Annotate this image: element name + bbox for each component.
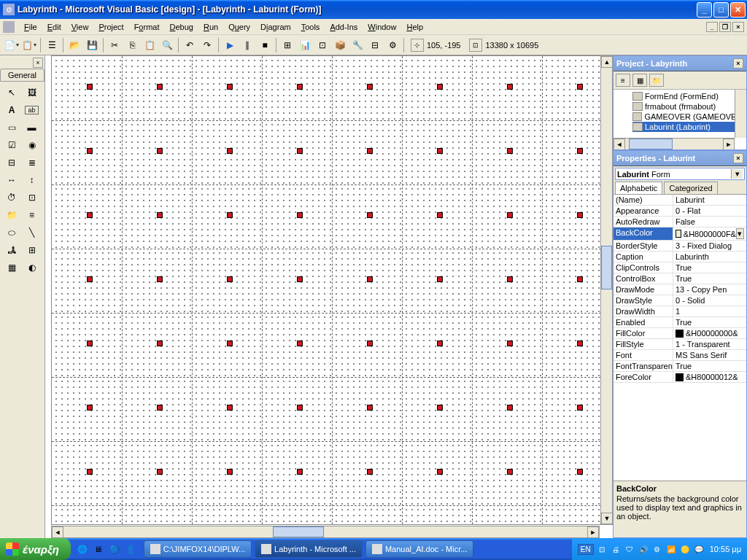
grid-marker[interactable] bbox=[437, 84, 443, 90]
horizontal-scrollbar[interactable]: ◄ ► bbox=[51, 526, 600, 538]
project-tree-item[interactable]: Laburint (Laburint) bbox=[632, 122, 745, 132]
grid-marker[interactable] bbox=[157, 148, 163, 154]
properties-tab-alphabetic[interactable]: Alphabetic bbox=[615, 182, 662, 194]
properties-grid[interactable]: (Name)LaburintAppearance0 - FlatAutoRedr… bbox=[614, 194, 746, 481]
grid-marker[interactable] bbox=[87, 469, 93, 475]
quicklaunch-media-icon[interactable]: 🔵 bbox=[107, 541, 122, 557]
property-row[interactable]: EnabledTrue bbox=[614, 317, 746, 328]
grid-marker[interactable] bbox=[437, 212, 443, 218]
chevron-down-icon[interactable]: ▾ bbox=[736, 228, 744, 239]
property-row[interactable]: FillColor&H00000000& bbox=[614, 328, 746, 339]
object-browser-button[interactable]: 📦 bbox=[332, 37, 348, 53]
project-tree-item[interactable]: GAMEOVER (GAMEOVER) bbox=[632, 112, 745, 122]
tool-ole[interactable]: ▦ bbox=[3, 260, 20, 276]
component-manager-button[interactable]: ⚙ bbox=[384, 37, 400, 53]
tool-picturebox[interactable]: 🖼 bbox=[23, 85, 41, 101]
view-object-button[interactable]: ▦ bbox=[632, 74, 647, 87]
menu-debug[interactable]: Debug bbox=[164, 21, 198, 33]
grid-marker[interactable] bbox=[507, 148, 513, 154]
grid-marker[interactable] bbox=[297, 341, 303, 346]
mdi-restore-button[interactable]: ❐ bbox=[719, 22, 731, 32]
quicklaunch-ie-icon[interactable]: 🌐 bbox=[75, 541, 90, 557]
grid-marker[interactable] bbox=[367, 341, 373, 346]
grid-marker[interactable] bbox=[437, 469, 443, 475]
project-tree[interactable]: FormEnd (FormEnd)frmabout (frmabout)GAME… bbox=[614, 90, 746, 149]
grid-marker[interactable] bbox=[227, 341, 233, 346]
menu-edit[interactable]: Edit bbox=[42, 21, 66, 33]
menu-view[interactable]: View bbox=[66, 21, 94, 33]
close-button[interactable]: ✕ bbox=[730, 2, 746, 18]
pause-button[interactable]: ∥ bbox=[239, 37, 255, 53]
mdi-minimize-button[interactable]: _ bbox=[706, 22, 718, 32]
grid-marker[interactable] bbox=[157, 341, 163, 346]
grid-marker[interactable] bbox=[157, 212, 163, 218]
grid-marker[interactable] bbox=[227, 148, 233, 154]
property-row[interactable]: ClipControlsTrue bbox=[614, 262, 746, 273]
grid-marker[interactable] bbox=[297, 212, 303, 218]
tray-icon[interactable]: ⚙ bbox=[651, 543, 663, 555]
property-row[interactable]: BorderStyle3 - Fixed Dialog bbox=[614, 241, 746, 252]
tool-combobox[interactable]: ⊟ bbox=[3, 155, 20, 171]
menu-window[interactable]: Window bbox=[363, 21, 401, 33]
taskbar-button[interactable]: Labyrinth - Microsoft ... bbox=[255, 540, 363, 558]
menu-file[interactable]: File bbox=[19, 21, 42, 33]
grid-marker[interactable] bbox=[227, 212, 233, 218]
tool-timer[interactable]: ⏱ bbox=[3, 190, 20, 206]
grid-marker[interactable] bbox=[227, 405, 233, 411]
property-row[interactable]: AutoRedrawFalse bbox=[614, 217, 746, 228]
tool-checkbox[interactable]: ☑ bbox=[3, 137, 20, 153]
grid-marker[interactable] bbox=[227, 84, 233, 90]
tray-icon[interactable]: 🛡 bbox=[624, 543, 635, 555]
cut-button[interactable]: ✂ bbox=[107, 37, 123, 53]
scroll-up-button[interactable]: ▲ bbox=[601, 56, 613, 68]
taskbar-button[interactable]: Manual_AI.doc - Micr... bbox=[365, 540, 474, 558]
properties-tab-categorized[interactable]: Categorized bbox=[664, 182, 717, 194]
menu-help[interactable]: Help bbox=[401, 21, 428, 33]
grid-marker[interactable] bbox=[367, 469, 373, 475]
hscroll-thumb[interactable] bbox=[273, 526, 324, 537]
add-form-button[interactable]: 📋▾ bbox=[21, 37, 37, 53]
tool-dirlistbox[interactable]: 📁 bbox=[3, 207, 20, 223]
tray-icon[interactable]: 💬 bbox=[693, 543, 705, 555]
menu-diagram[interactable]: Diagram bbox=[255, 21, 296, 33]
grid-marker[interactable] bbox=[87, 84, 93, 90]
grid-marker[interactable] bbox=[227, 276, 233, 282]
property-row[interactable]: DrawWidth1 bbox=[614, 306, 746, 317]
tool-extra[interactable]: ◐ bbox=[23, 260, 41, 276]
grid-marker[interactable] bbox=[297, 405, 303, 411]
properties-panel-close-button[interactable]: × bbox=[733, 153, 743, 163]
grid-marker[interactable] bbox=[87, 148, 93, 154]
tool-label[interactable]: A bbox=[3, 102, 20, 118]
menu-query[interactable]: Query bbox=[223, 21, 255, 33]
maximize-button[interactable]: □ bbox=[713, 2, 729, 18]
grid-marker[interactable] bbox=[507, 84, 513, 90]
grid-marker[interactable] bbox=[577, 148, 583, 154]
run-button[interactable]: ▶ bbox=[222, 37, 238, 53]
minimize-button[interactable]: _ bbox=[697, 2, 712, 18]
grid-marker[interactable] bbox=[297, 469, 303, 475]
start-button[interactable]: έναρξη bbox=[0, 538, 71, 560]
grid-marker[interactable] bbox=[577, 341, 583, 346]
toolbox-tab-general[interactable]: General bbox=[0, 69, 44, 82]
properties-window-button[interactable]: 📊 bbox=[297, 37, 313, 53]
property-row[interactable]: CaptionLaburinth bbox=[614, 252, 746, 262]
proj-scroll-left[interactable]: ◄ bbox=[614, 139, 625, 149]
project-tree-item[interactable]: frmabout (frmabout) bbox=[632, 101, 745, 112]
open-project-button[interactable]: 📂 bbox=[66, 37, 82, 53]
clock[interactable]: 10:55 μμ bbox=[710, 545, 741, 553]
vertical-scrollbar[interactable]: ▲ ▼ bbox=[600, 55, 613, 525]
quicklaunch-msn-icon[interactable]: 👤 bbox=[123, 541, 138, 557]
grid-marker[interactable] bbox=[437, 341, 443, 346]
tray-icon[interactable]: 🔊 bbox=[638, 543, 649, 555]
grid-marker[interactable] bbox=[507, 276, 513, 282]
tray-icon[interactable]: 📶 bbox=[665, 543, 677, 555]
menu-addins[interactable]: Add-Ins bbox=[325, 21, 363, 33]
tool-shape[interactable]: ⬭ bbox=[3, 225, 20, 241]
tool-data[interactable]: ⊞ bbox=[23, 242, 41, 258]
grid-marker[interactable] bbox=[157, 469, 163, 475]
property-row[interactable]: DrawStyle0 - Solid bbox=[614, 295, 746, 306]
grid-marker[interactable] bbox=[577, 405, 583, 411]
grid-marker[interactable] bbox=[297, 148, 303, 154]
language-indicator[interactable]: EN bbox=[578, 544, 594, 555]
property-row[interactable]: FillStyle1 - Transparent bbox=[614, 339, 746, 350]
